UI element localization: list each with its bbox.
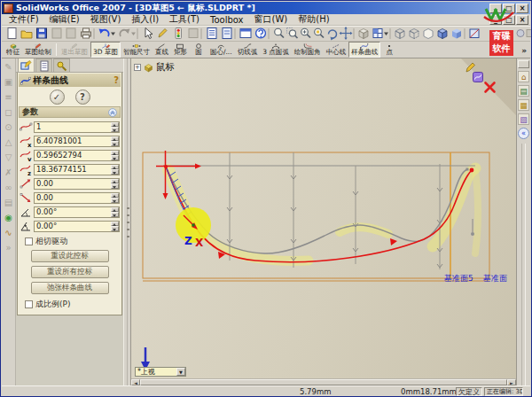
- document-properties-icon[interactable]: [207, 28, 216, 39]
- ok-button[interactable]: ✓: [50, 90, 65, 105]
- scroll-left-icon[interactable]: ◄: [131, 379, 140, 385]
- palette-icon[interactable]: ▧: [518, 113, 529, 125]
- x-coordinate-field[interactable]: 6.40781001: [34, 136, 120, 147]
- tab-property-manager[interactable]: [18, 58, 35, 72]
- reset-all-handles-button[interactable]: 重设所有控标: [31, 266, 109, 278]
- rail-circle-icon[interactable]: ⊙: [4, 123, 12, 132]
- rail-tri-down-icon[interactable]: ▽: [5, 153, 12, 162]
- menu-help[interactable]: 帮助(H): [293, 13, 334, 26]
- z-coordinate-field[interactable]: 18.36774151: [34, 164, 120, 175]
- space-handle-x-label[interactable]: X: [195, 237, 204, 249]
- menu-insert[interactable]: 插入(I): [126, 13, 164, 26]
- redo-icon[interactable]: [120, 29, 129, 37]
- spinner[interactable]: [111, 207, 119, 217]
- construction-lines[interactable]: [230, 152, 440, 269]
- reset-this-handle-button[interactable]: 重设此控标: [31, 250, 109, 262]
- document-options-icon[interactable]: [223, 28, 231, 39]
- rail-cross-icon[interactable]: ✗: [4, 168, 12, 177]
- tab-configuration-manager[interactable]: [53, 58, 70, 72]
- plane-label-1[interactable]: 基准面5: [444, 274, 473, 283]
- tangent-polar-direction-field[interactable]: 0.00°: [34, 221, 120, 232]
- hidden-lines-removed-icon[interactable]: [424, 29, 433, 39]
- menu-edit[interactable]: 编辑(E): [44, 13, 85, 26]
- tree-expand-icon[interactable]: +: [134, 64, 141, 71]
- zoom-fit-icon[interactable]: [275, 28, 284, 37]
- spinner[interactable]: [111, 136, 119, 146]
- hidden-lines-visible-icon[interactable]: [410, 29, 419, 39]
- sketch-3d-button[interactable]: 3D 草图: [90, 42, 121, 58]
- spinner[interactable]: [111, 151, 119, 160]
- line-tool-button[interactable]: 直线: [153, 42, 171, 58]
- zoom-in-out-icon[interactable]: [301, 28, 310, 37]
- menu-tools[interactable]: 工具(T): [164, 13, 205, 26]
- rail-rect-icon[interactable]: ◻: [4, 108, 12, 117]
- shaded-with-edges-icon[interactable]: [438, 29, 447, 39]
- graphics-viewport[interactable]: Z X 基准面5 基准面 + 鼠标: [131, 58, 516, 385]
- tangent-arc-button[interactable]: 切线弧: [235, 42, 261, 58]
- pan-icon[interactable]: [340, 27, 353, 40]
- menu-window[interactable]: 窗口(W): [249, 13, 293, 26]
- close-button[interactable]: ×: [516, 4, 528, 13]
- menu-toolbox[interactable]: Toolbox: [205, 15, 249, 25]
- extra-tool-icon-1[interactable]: [517, 30, 524, 37]
- spinner[interactable]: [111, 179, 119, 189]
- centerline-button[interactable]: 中心线: [324, 42, 349, 58]
- extra-tool-icon-2[interactable]: [527, 30, 532, 37]
- relax-spline-button[interactable]: 弛张样条曲线: [31, 282, 109, 294]
- sketch-button[interactable]: 草图绘制: [22, 42, 54, 58]
- point-tool-button[interactable]: 点: [380, 42, 398, 58]
- menu-view[interactable]: 视图(V): [85, 13, 127, 26]
- spinner[interactable]: [111, 193, 119, 203]
- spinner[interactable]: [111, 122, 119, 132]
- sketch-pencil-icon[interactable]: [159, 29, 167, 38]
- new-file-icon[interactable]: [8, 28, 16, 39]
- spinner[interactable]: [111, 222, 119, 231]
- spline-end-point[interactable]: [470, 168, 474, 173]
- cancel-sketch-x-icon[interactable]: [483, 81, 497, 94]
- sketch-plane-selector[interactable]: *上视 ▼: [135, 367, 186, 377]
- toolbar-overflow-chevron[interactable]: »: [521, 46, 527, 55]
- y-coordinate-field[interactable]: 0.59652794: [34, 150, 120, 161]
- file-explorer-icon[interactable]: ▦: [518, 99, 529, 111]
- panel-splitter[interactable]: [123, 58, 131, 385]
- open-file-icon[interactable]: [21, 31, 32, 38]
- sketch-corner-icon[interactable]: [472, 71, 484, 83]
- circle-tool-button[interactable]: 圆: [190, 42, 207, 58]
- rail-list-icon[interactable]: ≡: [4, 93, 12, 102]
- rail-more-icon[interactable]: »: [5, 244, 11, 253]
- exit-sketch-button[interactable]: 退出草图: [59, 42, 90, 58]
- rail-loop-icon[interactable]: ∞: [4, 183, 12, 192]
- spline-button[interactable]: 样条曲线: [348, 42, 380, 58]
- rail-grid-icon[interactable]: ▣: [4, 78, 12, 87]
- help-icon[interactable]: [256, 28, 266, 38]
- part-name-label[interactable]: 鼠标: [156, 61, 175, 74]
- tangent-driving-checkbox[interactable]: [25, 237, 33, 245]
- wireframe-display-icon[interactable]: [395, 29, 404, 39]
- features-button[interactable]: 特征: [4, 42, 22, 58]
- rail-tri-up-icon[interactable]: △: [5, 138, 12, 147]
- three-point-arc-button[interactable]: 3 点圆弧: [260, 42, 292, 58]
- scroll-right-icon[interactable]: ►: [507, 379, 516, 385]
- selected-point-highlight[interactable]: [176, 207, 211, 243]
- plane-label-2[interactable]: 基准面: [483, 274, 507, 283]
- rebuild-traffic-light-icon[interactable]: [176, 28, 182, 39]
- menu-file[interactable]: 文件(F): [4, 13, 44, 26]
- undo-icon[interactable]: [99, 29, 109, 37]
- save-icon[interactable]: [37, 28, 47, 38]
- task-pane-toggle-button[interactable]: [518, 60, 529, 68]
- print-icon[interactable]: [82, 28, 91, 38]
- scrollbar-thumb[interactable]: [140, 379, 507, 385]
- tangent-radial-direction-field[interactable]: 0.00°: [34, 206, 120, 218]
- select-cursor-icon[interactable]: [145, 28, 153, 39]
- undo-caret-icon[interactable]: [111, 33, 115, 36]
- rail-sketch-icon[interactable]: ✎: [4, 63, 12, 72]
- plane-selector-dropdown-icon[interactable]: ▼: [176, 368, 185, 376]
- doc-close-button[interactable]: ×: [516, 15, 528, 25]
- section-view-icon[interactable]: [470, 29, 479, 38]
- feature-tree-flyout[interactable]: + 鼠标: [134, 61, 175, 74]
- parameters-group-header[interactable]: 参数: [19, 106, 121, 118]
- tangent-weight-1-field[interactable]: 0.00: [34, 178, 120, 190]
- rail-panel-icon[interactable]: ▤: [4, 198, 12, 207]
- shaded-display-icon[interactable]: [452, 29, 461, 39]
- rectangle-tool-button[interactable]: 矩形: [171, 42, 190, 58]
